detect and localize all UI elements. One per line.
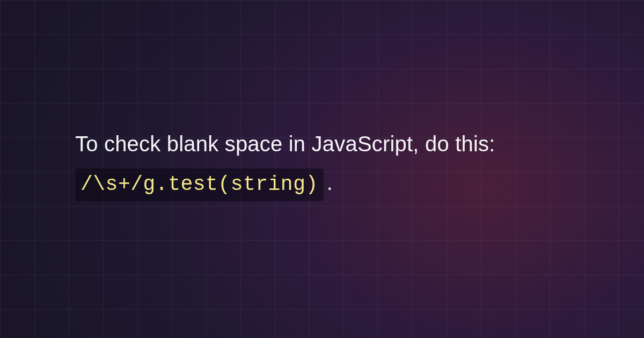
code-snippet: /\s+/g.test(string) xyxy=(75,168,324,201)
trailing-period: . xyxy=(327,167,333,197)
content-block: To check blank space in JavaScript, do t… xyxy=(75,130,590,201)
heading-text: To check blank space in JavaScript, do t… xyxy=(75,130,590,158)
code-line: /\s+/g.test(string) . xyxy=(75,167,590,201)
